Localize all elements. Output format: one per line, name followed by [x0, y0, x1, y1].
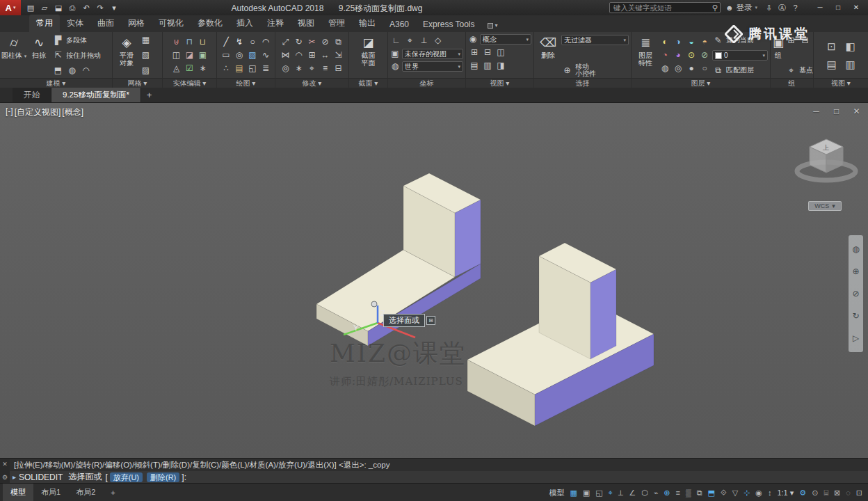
model-paper-toggle[interactable]: 模型	[546, 486, 567, 500]
trim-icon[interactable]: ✂	[306, 36, 318, 48]
layer-merge-icon[interactable]: ●	[686, 63, 698, 74]
offset-icon[interactable]: ◎	[280, 63, 291, 74]
move-gizmo-button[interactable]: ⊕ 移动小控件	[561, 64, 629, 77]
panel-label-layers[interactable]: 图层 ▾	[632, 78, 770, 88]
open-file-icon[interactable]: ▱	[38, 1, 51, 14]
ribbon-tab[interactable]: 曲面	[90, 15, 121, 32]
dynamic-ucs-icon[interactable]: ⟐	[718, 486, 730, 500]
lock-ui-icon[interactable]: ⊠	[831, 486, 843, 500]
extrude-icon[interactable]: ⬒	[52, 65, 64, 77]
viewport-minimize-icon[interactable]: ─	[810, 106, 822, 118]
revolve-icon[interactable]: ◍	[66, 65, 78, 77]
infer-constraints-icon[interactable]: ◱	[593, 486, 605, 500]
layout-tab[interactable]: 模型	[3, 484, 33, 501]
smooth-object-button[interactable]: ◈ 平滑对象	[115, 33, 138, 77]
help-icon[interactable]: ?	[789, 1, 802, 14]
rotate-icon[interactable]: ↻	[293, 36, 305, 48]
ribbon-tab[interactable]: 网格	[121, 15, 152, 32]
copy-icon[interactable]: ⧉	[332, 36, 344, 48]
sweep-button[interactable]: ∿ 扫掠	[27, 33, 51, 77]
view-name-control[interactable]: [自定义视图]	[15, 106, 61, 118]
command-close-icon[interactable]: ✕	[2, 461, 8, 468]
layer-isolate-icon[interactable]: ◑	[673, 36, 684, 48]
ribbon-tab[interactable]: 常用	[29, 15, 60, 32]
3d-object-snap-icon[interactable]: ⬒	[705, 486, 718, 500]
erase-button[interactable]: ⌫ 删除	[536, 33, 560, 77]
quick-properties-icon[interactable]: ⌸	[821, 486, 831, 500]
qat-customize-icon[interactable]: ▾	[107, 1, 121, 14]
layer-unlock-icon[interactable]: ⊘	[699, 49, 711, 61]
array-icon[interactable]: ⊞	[306, 49, 318, 61]
showmotion-icon[interactable]: ▷	[850, 333, 862, 344]
gradient-icon[interactable]: ▤	[234, 63, 246, 74]
layer-lock-icon[interactable]: ◓	[699, 36, 711, 48]
layer-on-icon[interactable]: ◔	[659, 49, 671, 61]
search-input[interactable]	[612, 3, 712, 13]
window-maximize-icon[interactable]: □	[829, 1, 847, 14]
layer-vp-freeze-icon[interactable]: ◎	[673, 63, 684, 74]
ucs-icon[interactable]: ∟	[390, 35, 402, 47]
window-minimize-icon[interactable]: ─	[811, 1, 829, 14]
viewport-config-icon[interactable]: ⊞	[469, 47, 481, 58]
command-input-line[interactable]: ▸ SOLIDEDIT 选择面或 [ 放弃(U) 删除(R) ]:	[10, 471, 868, 483]
region-icon[interactable]: ◱	[247, 63, 259, 74]
left-solid-column-side-face[interactable]	[455, 200, 481, 277]
view-back-icon[interactable]: ◨	[495, 60, 507, 72]
workspace-switching-icon[interactable]: ⚙	[796, 486, 809, 500]
panel-label-mesh[interactable]: 网格 ▾	[113, 78, 162, 88]
thicken-icon[interactable]: ◪	[184, 49, 195, 61]
layer-unisolate-icon[interactable]: ◕	[673, 49, 684, 61]
application-menu-button[interactable]: A▾	[0, 0, 21, 15]
panel-label-view[interactable]: 视图 ▾	[466, 78, 533, 88]
layer-off-icon[interactable]: ◐	[659, 36, 671, 48]
check-icon[interactable]: ☑	[184, 63, 195, 74]
exchange-apps-icon[interactable]: ⇩	[762, 1, 775, 14]
ribbon-tab[interactable]: 可视化	[152, 15, 191, 32]
command-customize-icon[interactable]: ⚙	[2, 474, 8, 481]
arc-icon[interactable]: ◠	[260, 36, 272, 48]
cylinder-button[interactable]: ⌭ 圆柱体 ▾	[2, 33, 26, 77]
measure-icon[interactable]: ⌖	[306, 63, 318, 74]
properties-palette-icon[interactable]: ◧	[844, 40, 856, 52]
mesh-crease-icon[interactable]: ▨	[140, 65, 152, 77]
undo-icon[interactable]: ↶	[79, 1, 93, 14]
slice-icon[interactable]: ◫	[170, 49, 182, 61]
orbit-icon[interactable]: ↻	[850, 310, 862, 322]
app-store-icon[interactable]: Ⓐ	[775, 1, 789, 14]
panel-label-coordinates[interactable]: 坐标	[388, 78, 465, 88]
viewport-restore-icon[interactable]: ◫	[495, 47, 507, 58]
mesh-refine-icon[interactable]: ▧	[140, 49, 152, 61]
object-snap-tracking-icon[interactable]: ⌁	[651, 486, 661, 500]
zoom-icon[interactable]: ⊘	[850, 288, 862, 300]
match-layer-button[interactable]: ⧉ 匹配图层	[712, 64, 768, 77]
polyline-icon[interactable]: ↯	[234, 36, 246, 48]
viewport-close-icon[interactable]: ✕	[851, 106, 862, 118]
move-icon[interactable]: ⤢	[280, 36, 291, 48]
panel-label-groups[interactable]: 组	[771, 78, 813, 88]
ucs-world-icon[interactable]: ⌖	[404, 35, 416, 47]
panel-label-modify[interactable]: 修改 ▾	[275, 78, 348, 88]
command-option-remove[interactable]: 删除(R)	[147, 472, 179, 482]
ribbon-tab[interactable]: A360	[383, 17, 416, 32]
ribbon-display-toggle[interactable]: ▾	[488, 22, 498, 29]
new-view-icon[interactable]: ▥	[482, 60, 494, 72]
search-icon[interactable]: ⚲	[712, 3, 718, 13]
save-icon[interactable]: ⬓	[51, 1, 65, 14]
layer-walk-icon[interactable]: ◍	[659, 63, 671, 74]
layer-freeze-icon[interactable]: ◒	[686, 36, 698, 48]
align-icon[interactable]: ≡	[319, 63, 331, 74]
panels-toggle-icon[interactable]: ▥	[844, 58, 856, 70]
ribbon-tab[interactable]: 输出	[352, 15, 383, 32]
point-icon[interactable]: ∴	[220, 63, 232, 74]
erase-tool-icon[interactable]: ⊘	[319, 36, 331, 48]
wcs-dropdown[interactable]: WCS▾	[808, 201, 842, 211]
visual-style-control[interactable]: [概念]	[62, 106, 83, 118]
selection-filtering-icon[interactable]: ▽	[730, 486, 741, 500]
clean-screen-icon[interactable]: ⊡	[853, 486, 865, 500]
named-view-dropdown[interactable]: 未保存的视图▾	[402, 49, 463, 59]
grid-display-icon[interactable]: ▦	[567, 486, 579, 500]
fillet-icon[interactable]: ◠	[293, 49, 305, 61]
tool-palettes-icon[interactable]: ⊡	[826, 40, 837, 52]
polar-tracking-icon[interactable]: ∠	[626, 486, 638, 500]
rectangle-icon[interactable]: ▭	[220, 49, 232, 61]
